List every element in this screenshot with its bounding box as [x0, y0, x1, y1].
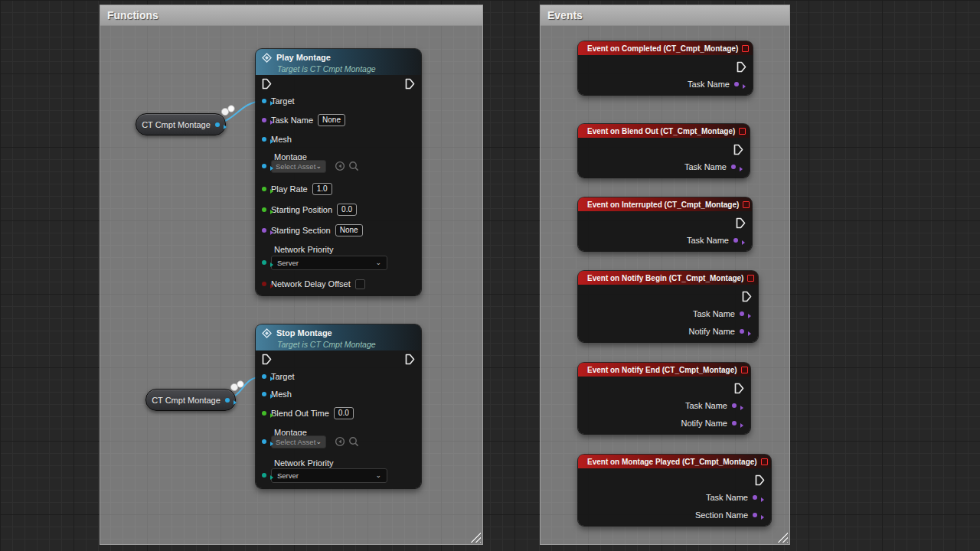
- browse-asset-icon[interactable]: [348, 436, 359, 447]
- resize-handle-icon[interactable]: [777, 532, 788, 543]
- variable-node-ct-cmpt-montage[interactable]: CT Cmpt Montage: [136, 113, 226, 135]
- task-name-pin[interactable]: [262, 118, 266, 122]
- event-node-header[interactable]: Event on Blend Out (CT_Cmpt_Montage): [578, 124, 750, 138]
- task-name-output-pin[interactable]: [731, 165, 736, 169]
- network-priority-pin[interactable]: [262, 473, 266, 478]
- mesh-pin[interactable]: [262, 137, 266, 142]
- browse-asset-icon[interactable]: [348, 161, 359, 171]
- blend-out-time-input[interactable]: 0.0: [334, 407, 354, 419]
- network-priority-dropdown[interactable]: Server ⌄: [271, 468, 387, 483]
- exec-out-pin[interactable]: [736, 217, 746, 229]
- montage-asset-picker[interactable]: Select Asset ⌄: [271, 435, 326, 448]
- task-name-pin-label: Task Name: [693, 309, 735, 318]
- node-play-montage-header[interactable]: Play Montage Target is CT Cmpt Montage: [256, 49, 421, 75]
- target-pin[interactable]: [262, 99, 266, 103]
- node-subtitle: Target is CT Cmpt Montage: [277, 64, 415, 73]
- target-pin[interactable]: [262, 374, 266, 379]
- node-event-on-montage-played[interactable]: Event on Montage Played (CT_Cmpt_Montage…: [578, 455, 771, 526]
- montage-asset-picker-value: Select Asset: [276, 438, 315, 446]
- node-event-on-blend-out[interactable]: Event on Blend Out (CT_Cmpt_Montage) Tas…: [578, 124, 750, 178]
- task-name-output-pin[interactable]: [753, 495, 757, 500]
- node-event-on-notify-end[interactable]: Event on Notify End (CT_Cmpt_Montage) Ta…: [578, 363, 750, 434]
- montage-pin[interactable]: [262, 439, 266, 444]
- target-pin-label: Target: [271, 372, 295, 381]
- node-event-on-notify-begin[interactable]: Event on Notify Begin (CT_Cmpt_Montage) …: [578, 271, 758, 342]
- reset-asset-icon[interactable]: [335, 161, 345, 171]
- notify-name-output-pin[interactable]: [740, 329, 744, 334]
- exec-out-pin[interactable]: [405, 354, 415, 365]
- node-subtitle: Target is CT Cmpt Montage: [277, 340, 415, 349]
- task-name-output-pin[interactable]: [732, 403, 737, 408]
- variable-node-ct-cmpt-montage[interactable]: CT Cmpt Montage: [145, 389, 236, 411]
- event-node-header[interactable]: Event on Montage Played (CT_Cmpt_Montage…: [578, 455, 771, 468]
- network-delay-offset-checkbox[interactable]: [355, 279, 365, 289]
- starting-position-pin-label: Starting Position: [271, 205, 332, 214]
- mesh-pin-label: Mesh: [271, 390, 292, 399]
- node-title: Stop Montage: [276, 328, 332, 337]
- variable-label: CT Cmpt Montage: [152, 396, 220, 405]
- play-rate-pin[interactable]: [262, 187, 266, 191]
- exec-out-pin[interactable]: [742, 291, 752, 302]
- montage-asset-picker[interactable]: Select Asset ⌄: [271, 160, 326, 173]
- event-node-header[interactable]: Event on Notify Begin (CT_Cmpt_Montage): [578, 271, 758, 285]
- section-name-output-pin[interactable]: [753, 513, 757, 517]
- blend-out-time-pin-label: Blend Out Time: [271, 409, 329, 418]
- network-priority-dropdown[interactable]: Server ⌄: [271, 256, 387, 270]
- node-stop-montage-header[interactable]: Stop Montage Target is CT Cmpt Montage: [256, 324, 421, 350]
- event-node-header[interactable]: Event on Completed (CT_Cmpt_Montage): [578, 41, 753, 55]
- delegate-icon[interactable]: [741, 367, 748, 373]
- exec-out-pin[interactable]: [755, 474, 765, 486]
- blueprint-graph-canvas[interactable]: Functions Events CT Cmpt Montage CT Cmpt…: [0, 0, 980, 551]
- task-name-pin-label: Task Name: [271, 116, 313, 125]
- node-event-on-interrupted[interactable]: Event on Interrupted (CT_Cmpt_Montage) T…: [578, 197, 752, 251]
- notify-name-output-pin[interactable]: [732, 421, 737, 425]
- play-rate-pin-label: Play Rate: [271, 184, 308, 194]
- network-priority-value: Server: [277, 259, 299, 267]
- network-priority-pin-label: Network Priority: [274, 245, 334, 254]
- object-output-pin[interactable]: [225, 398, 230, 403]
- reset-asset-icon[interactable]: [335, 436, 345, 447]
- network-delay-offset-pin[interactable]: [262, 282, 266, 286]
- starting-section-input[interactable]: None: [335, 224, 363, 236]
- event-node-header[interactable]: Event on Interrupted (CT_Cmpt_Montage): [578, 197, 752, 211]
- exec-out-pin[interactable]: [733, 144, 743, 155]
- starting-section-pin-label: Starting Section: [271, 226, 331, 235]
- exec-out-pin[interactable]: [405, 78, 415, 90]
- exec-in-pin[interactable]: [262, 78, 272, 90]
- delegate-icon[interactable]: [743, 201, 750, 208]
- starting-section-pin[interactable]: [262, 228, 266, 233]
- delegate-icon[interactable]: [747, 275, 754, 282]
- montage-pin[interactable]: [262, 164, 266, 168]
- delegate-icon[interactable]: [742, 45, 749, 52]
- starting-position-pin[interactable]: [262, 207, 266, 212]
- starting-position-input[interactable]: 0.0: [337, 204, 357, 216]
- node-stop-montage[interactable]: Stop Montage Target is CT Cmpt Montage T…: [256, 324, 421, 488]
- network-priority-pin[interactable]: [262, 260, 266, 265]
- network-priority-value: Server: [277, 471, 299, 480]
- event-node-header[interactable]: Event on Notify End (CT_Cmpt_Montage): [578, 363, 750, 377]
- play-rate-input[interactable]: 1.0: [312, 183, 332, 195]
- task-name-pin-label: Task Name: [685, 401, 727, 410]
- task-name-output-pin[interactable]: [733, 238, 738, 243]
- montage-asset-picker-value: Select Asset: [276, 162, 315, 171]
- exec-out-pin[interactable]: [734, 383, 744, 394]
- task-name-output-pin[interactable]: [740, 311, 744, 316]
- task-name-input[interactable]: None: [318, 114, 345, 126]
- blend-out-time-pin[interactable]: [262, 411, 266, 416]
- node-title: Event on Interrupted (CT_Cmpt_Montage): [587, 201, 739, 209]
- delegate-icon[interactable]: [739, 128, 746, 135]
- node-event-on-completed[interactable]: Event on Completed (CT_Cmpt_Montage) Tas…: [578, 41, 753, 95]
- exec-out-pin[interactable]: [737, 61, 746, 73]
- exec-in-pin[interactable]: [262, 354, 272, 365]
- resize-handle-icon[interactable]: [470, 532, 481, 543]
- comment-functions-header[interactable]: Functions: [100, 5, 482, 26]
- task-name-output-pin[interactable]: [734, 82, 739, 86]
- node-title: Event on Blend Out (CT_Cmpt_Montage): [587, 127, 735, 135]
- node-play-montage[interactable]: Play Montage Target is CT Cmpt Montage T…: [256, 49, 421, 295]
- object-output-pin[interactable]: [215, 122, 220, 127]
- comment-events-header[interactable]: Events: [541, 5, 789, 26]
- function-diamond-icon: [262, 328, 272, 339]
- mesh-pin[interactable]: [262, 392, 266, 396]
- network-delay-offset-pin-label: Network Delay Offset: [271, 279, 351, 289]
- delegate-icon[interactable]: [761, 458, 768, 465]
